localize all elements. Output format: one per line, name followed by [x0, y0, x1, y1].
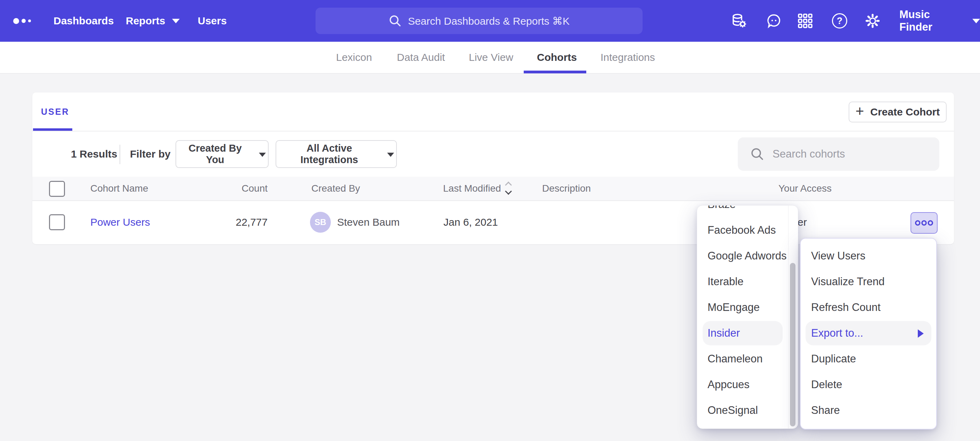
logo-dot-icon	[28, 19, 31, 22]
row-more-actions-button[interactable]	[910, 212, 938, 234]
help-icon[interactable]: ?	[832, 13, 847, 29]
cohort-search-input[interactable]: Search cohorts	[738, 137, 939, 171]
menu-item-share[interactable]: Share	[801, 398, 936, 423]
menu-item-iterable[interactable]: Iterable	[697, 269, 798, 295]
table-header: Cohort Name Count Created By Last Modifi…	[32, 177, 954, 201]
last-modified-value: Jan 6, 2021	[444, 201, 498, 243]
screen: Dashboards Reports Users Search Dashboar…	[0, 0, 980, 441]
nav-dashboards-label: Dashboards	[54, 15, 114, 27]
your-access-value-partial: er	[797, 201, 807, 243]
menu-item-visualize-trend[interactable]: Visualize Trend	[801, 269, 936, 295]
integrations-filter[interactable]: All Active Integrations	[275, 140, 397, 168]
tab-data-audit[interactable]: Data Audit	[397, 42, 445, 73]
tab-user-cohorts[interactable]: USER	[41, 93, 69, 131]
tab-label: Lexicon	[336, 51, 372, 63]
settings-gear-icon[interactable]	[865, 13, 880, 29]
create-cohort-button[interactable]: + Create Cohort	[849, 102, 947, 122]
table-row: Power Users 22,777 SB Steven Baum Jan 6,…	[32, 201, 954, 243]
feedback-icon[interactable]	[766, 13, 781, 29]
col-count: Count	[188, 177, 267, 200]
created-by-filter-label: Created By You	[178, 142, 252, 166]
col-description: Description	[542, 177, 591, 200]
tab-live-view[interactable]: Live View	[469, 42, 513, 73]
tab-lexicon[interactable]: Lexicon	[336, 42, 372, 73]
tab-cohorts[interactable]: Cohorts	[537, 42, 577, 73]
tab-label: Cohorts	[537, 51, 577, 63]
menu-item-delete[interactable]: Delete	[801, 372, 936, 398]
created-by-name: Steven Baum	[337, 201, 399, 243]
logo-dot-icon	[13, 18, 19, 24]
divider	[119, 145, 120, 164]
filter-row: 1 Results Filter by Created By You All A…	[32, 131, 954, 177]
scrollbar-thumb[interactable]	[790, 263, 795, 427]
help-glyph: ?	[837, 16, 843, 26]
integrations-filter-label: All Active Integrations	[278, 142, 380, 166]
brand-logo[interactable]	[13, 0, 31, 42]
tab-label: Data Audit	[397, 51, 445, 63]
tab-integrations[interactable]: Integrations	[600, 42, 655, 73]
nav-dashboards[interactable]: Dashboards	[54, 0, 114, 42]
created-by-filter[interactable]: Created By You	[175, 140, 269, 168]
scrollbar-track	[788, 206, 789, 428]
active-tab-indicator	[524, 70, 586, 74]
export-destinations-list: Braze Facebook Ads Google Adwords Iterab…	[697, 205, 798, 423]
col-created-by: Created By	[311, 177, 360, 200]
nav-reports-label: Reports	[126, 15, 165, 27]
more-dots-icon	[913, 218, 935, 228]
select-all-checkbox[interactable]	[49, 181, 65, 197]
cohort-type-tabs: USER + Create Cohort	[32, 93, 954, 131]
active-subtab-indicator	[33, 128, 72, 131]
col-last-modified-label: Last Modified	[443, 183, 501, 194]
menu-item-refresh-count[interactable]: Refresh Count	[801, 295, 936, 320]
nav-users-label: Users	[198, 15, 227, 27]
menu-item-chameleon[interactable]: Chameleon	[697, 346, 798, 372]
menu-item-duplicate[interactable]: Duplicate	[801, 346, 936, 372]
search-icon	[750, 147, 764, 161]
sort-icon	[506, 182, 511, 194]
chevron-down-icon	[172, 19, 180, 23]
menu-item-view-users[interactable]: View Users	[801, 243, 936, 269]
export-destinations-menu: Braze Facebook Ads Google Adwords Iterab…	[697, 205, 798, 429]
menu-item-appcues[interactable]: Appcues	[697, 372, 798, 398]
menu-item-export-to[interactable]: Export to...	[801, 320, 936, 346]
logo-dot-icon	[22, 19, 26, 23]
menu-item-insider[interactable]: Insider	[697, 320, 798, 346]
row-actions-menu: View Users Visualize Trend Refresh Count…	[800, 238, 937, 430]
search-icon	[388, 14, 402, 27]
chevron-down-icon	[259, 153, 266, 157]
avatar: SB	[310, 212, 331, 233]
nav-reports[interactable]: Reports	[126, 0, 180, 42]
cohorts-card: USER + Create Cohort 1 Results Filter by…	[32, 93, 954, 244]
cohort-count: 22,777	[188, 201, 267, 243]
tab-label: Live View	[469, 51, 513, 63]
menu-item-onesignal[interactable]: OneSignal	[697, 398, 798, 423]
project-name: Music Finder	[899, 8, 963, 34]
tab-user-label: USER	[41, 107, 69, 117]
row-checkbox[interactable]	[49, 214, 65, 230]
chevron-down-icon	[972, 19, 980, 23]
menu-item-google-adwords[interactable]: Google Adwords	[697, 243, 798, 269]
top-nav: Dashboards Reports Users Search Dashboar…	[0, 0, 980, 42]
tab-label: Integrations	[600, 51, 655, 63]
filter-by-label: Filter by	[130, 131, 171, 177]
results-count: 1 Results	[71, 131, 117, 177]
data-management-icon[interactable]	[731, 13, 746, 29]
col-last-modified[interactable]: Last Modified	[443, 177, 511, 200]
menu-item-braze[interactable]: Braze	[697, 205, 798, 217]
global-search-input[interactable]: Search Dashboards & Reports ⌘K	[315, 8, 643, 34]
menu-item-moengage[interactable]: MoEngage	[697, 295, 798, 320]
col-your-access: Your Access	[778, 177, 832, 200]
col-cohort-name: Cohort Name	[91, 177, 148, 200]
section-tab-bar: Lexicon Data Audit Live View Cohorts Int…	[0, 42, 980, 74]
create-cohort-label: Create Cohort	[870, 106, 940, 118]
project-switcher[interactable]: Music Finder	[899, 0, 980, 42]
cohort-name-link[interactable]: Power Users	[91, 216, 150, 228]
global-search-placeholder: Search Dashboards & Reports ⌘K	[408, 15, 570, 27]
apps-grid-icon[interactable]	[797, 13, 813, 29]
cohort-search-placeholder: Search cohorts	[773, 148, 845, 160]
menu-item-facebook-ads[interactable]: Facebook Ads	[697, 217, 798, 243]
plus-icon: +	[856, 104, 864, 118]
nav-users[interactable]: Users	[198, 0, 227, 42]
chevron-down-icon	[387, 153, 394, 157]
submenu-arrow-icon	[918, 329, 924, 338]
